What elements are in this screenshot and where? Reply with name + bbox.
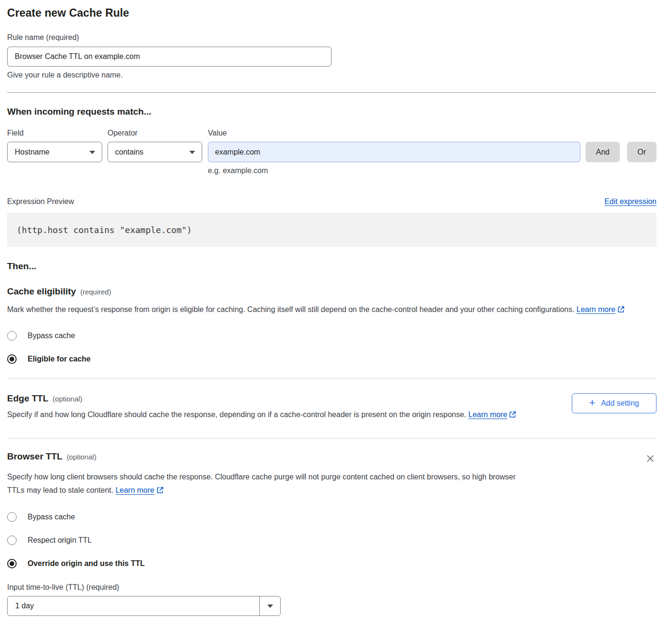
field-select[interactable]: Hostname [7,142,102,162]
divider [7,378,656,379]
expression-preview-row: Expression Preview Edit expression [7,197,656,206]
field-column-label: Field [7,129,108,137]
cache-eligibility-heading: Cache eligibility (required) [7,286,656,297]
radio-icon [7,536,17,545]
edge-ttl-title: Edge TTL [7,393,49,404]
plus-icon: + [589,398,596,408]
operator-select-value: contains [115,148,144,156]
chevron-down-icon [267,605,273,608]
browser-ttl-learn-more-link[interactable]: Learn more [116,486,155,494]
operator-column-label: Operator [108,129,208,137]
cache-eligibility-learn-more-link[interactable]: Learn more [577,305,616,313]
value-column-label: Value [208,129,227,137]
radio-icon [7,331,17,341]
value-input[interactable]: example.com [208,142,580,162]
browser-ttl-description: Specify how long client browsers should … [7,470,530,498]
browser-ttl-section-head: Browser TTL (optional) [7,451,656,466]
browser-ttl-qualifier: (optional) [67,453,97,461]
and-button[interactable]: And [586,142,620,162]
cache-eligibility-qualifier: (required) [80,288,111,296]
radio-icon [7,354,17,364]
cache-eligibility-title: Cache eligibility [7,286,76,297]
external-link-icon [157,485,164,498]
create-cache-rule-form: Create new Cache Rule Rule name (require… [0,0,666,616]
edit-expression-link[interactable]: Edit expression [605,197,656,206]
value-input-text: example.com [215,148,260,156]
or-button[interactable]: Or [627,142,656,162]
match-controls-row: Hostname contains example.com And Or [7,142,656,162]
expression-code: (http.host contains "example.com") [17,225,192,235]
browser-bypass-cache-radio[interactable]: Bypass cache [7,512,656,522]
browser-ttl-heading: Browser TTL (optional) [7,451,97,462]
bypass-cache-radio[interactable]: Bypass cache [7,331,656,341]
close-icon[interactable] [644,452,656,466]
ttl-select[interactable]: 1 day [7,596,281,616]
override-origin-ttl-radio[interactable]: Override origin and use this TTL [7,559,656,568]
external-link-icon [509,409,516,422]
edge-ttl-section: Edge TTL (optional) Specify if and how l… [7,393,656,422]
external-link-icon [617,304,625,317]
chevron-down-icon [189,151,195,154]
expression-code-block: (http.host contains "example.com") [7,213,656,247]
add-setting-button[interactable]: + Add setting [572,393,656,413]
eligible-for-cache-radio[interactable]: Eligible for cache [7,354,656,364]
cache-eligibility-description: Mark whether the request’s response from… [7,303,645,317]
rule-name-input[interactable]: Browser Cache TTL on example.com [7,47,332,67]
chevron-down-icon [89,151,95,154]
browser-ttl-title: Browser TTL [7,451,62,462]
then-heading: Then... [7,261,656,272]
edge-ttl-heading: Edge TTL (optional) [7,393,516,404]
operator-select[interactable]: contains [108,142,202,162]
respect-origin-ttl-radio[interactable]: Respect origin TTL [7,536,656,545]
edge-ttl-qualifier: (optional) [53,395,83,403]
edge-ttl-description: Specify if and how long Cloudflare shoul… [7,408,516,422]
match-section-heading: When incoming requests match... [7,107,656,117]
field-select-value: Hostname [15,148,49,156]
ttl-select-value: 1 day [8,596,259,615]
value-help-text: e.g. example.com [208,166,656,175]
rule-name-value: Browser Cache TTL on example.com [15,52,140,61]
ttl-select-caret-segment[interactable] [259,596,280,615]
divider [7,92,656,93]
divider [7,438,656,439]
edge-ttl-learn-more-link[interactable]: Learn more [469,410,508,419]
radio-icon [7,512,17,522]
rule-name-label: Rule name (required) [7,33,656,42]
radio-icon [7,559,17,568]
ttl-input-label: Input time-to-live (TTL) (required) [7,583,656,592]
match-column-labels: Field Operator Value [7,129,656,137]
page-title: Create new Cache Rule [7,7,656,20]
expression-preview-label: Expression Preview [7,197,74,206]
rule-name-help: Give your rule a descriptive name. [7,71,656,79]
